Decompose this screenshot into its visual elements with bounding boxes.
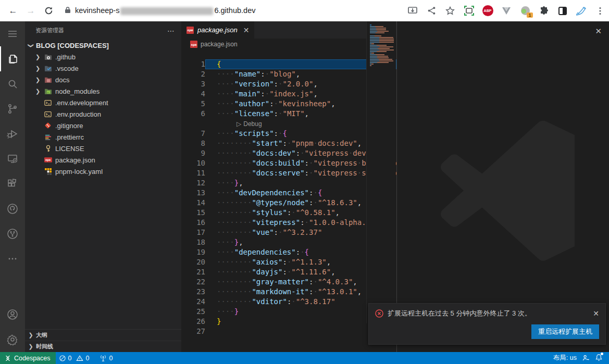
code-line-27[interactable]: 27 (181, 327, 396, 336)
env-file-icon (44, 110, 52, 118)
feedback-icon[interactable] (582, 354, 590, 362)
line-number: 27 (181, 327, 205, 336)
code-line-15[interactable]: 15········"stylus":·"^0.58.1", (181, 208, 396, 218)
line-number: 19 (181, 247, 205, 257)
code-editor[interactable]: 1{2····"name":·"blog",3····"version":·"2… (181, 50, 396, 352)
tree-item-package-json[interactable]: ❯npmpackage.json (25, 154, 181, 166)
tree-item--gitignore[interactable]: ❯.gitignore (25, 120, 181, 131)
code-line-12[interactable]: 12····}, (181, 178, 396, 188)
tree-item--prettierrc[interactable]: ❯.prettierrc (25, 131, 181, 143)
explorer-icon[interactable] (0, 46, 25, 71)
tree-item-license[interactable]: ❯LICENSE (25, 143, 181, 154)
tree-item--vscode[interactable]: ❯.vscode (25, 62, 181, 74)
lock-icon[interactable] (65, 6, 71, 15)
remote-explorer-icon[interactable] (0, 146, 25, 171)
code-line-24[interactable]: 24········"vditor":·"^3.8.17" (181, 297, 396, 307)
browser-back-icon[interactable]: ← (6, 4, 20, 18)
search-icon[interactable] (0, 71, 25, 96)
extensions-puzzle-icon[interactable] (538, 5, 550, 17)
chevron-right-icon: ❯ (27, 343, 34, 350)
save-page-icon[interactable] (407, 5, 418, 17)
git-graph-icon[interactable] (0, 221, 25, 246)
code-line-17[interactable]: 17········"vue":·"^3.2.37" (181, 228, 396, 237)
status-bar: Codespaces 0 0 0 布局: us (0, 352, 609, 364)
notification-close-icon[interactable]: ✕ (593, 309, 599, 318)
file-label: package.json (55, 156, 95, 164)
brush-extension-icon[interactable] (576, 5, 587, 17)
url-text[interactable]: kevinsheep-s6.github.dev (75, 6, 255, 15)
code-line-1[interactable]: 1{ (181, 59, 396, 69)
bookmark-star-icon[interactable] (444, 5, 456, 17)
line-number: 12 (181, 178, 205, 188)
code-line-13[interactable]: 13····"devDependencies":·{ (181, 188, 396, 198)
line-number: 18 (181, 237, 205, 247)
code-line-23[interactable]: 23········"markdown-it":·"^13.0.1", (181, 287, 396, 297)
v-extension-icon[interactable] (501, 5, 512, 17)
browser-reload-icon[interactable] (41, 4, 56, 18)
tree-item--github[interactable]: ❯.github (25, 51, 181, 62)
ports-indicator[interactable]: 0 (96, 355, 116, 362)
code-line-2[interactable]: 2····"name":·"blog", (181, 69, 396, 79)
run-debug-icon[interactable] (0, 121, 25, 146)
proxy-extension-icon[interactable]: 1 (519, 5, 531, 17)
code-line-3[interactable]: 3····"version":·"2.0.0", (181, 79, 396, 89)
pnpm-file-icon (44, 167, 52, 175)
code-line-19[interactable]: 19····"dependencies":·{ (181, 247, 396, 257)
code-line-22[interactable]: 22········"gray-matter":·"^4.0.3", (181, 277, 396, 287)
code-line-16[interactable]: 16········"vitepress":·"1.0.0-alpha.62", (181, 218, 396, 228)
explorer-root-folder[interactable]: ❯ BLOG [CODESPACES] (25, 40, 181, 51)
problems-indicator[interactable]: 0 0 (56, 355, 93, 362)
line-number: 6 (181, 109, 205, 119)
tab-package-json[interactable]: npm package.json ✕ (181, 21, 254, 39)
tree-item--env-production[interactable]: ❯.env.production (25, 108, 181, 120)
settings-gear-icon[interactable] (0, 327, 25, 352)
explorer-sidebar: 资源管理器 ⋯ ❯ BLOG [CODESPACES] ❯.github❯.vs… (25, 21, 181, 352)
extensions-icon[interactable] (0, 171, 25, 196)
tab-close-icon[interactable]: ✕ (243, 26, 250, 34)
code-line-14[interactable]: 14········"@types/node":·"^18.6.3", (181, 198, 396, 208)
breadcrumb[interactable]: npm package.json (181, 39, 396, 50)
sidebar-section-大纲[interactable]: ❯大纲 (25, 329, 181, 341)
code-line-11[interactable]: 11········"docs:serve":·"vitepress·serve… (181, 168, 396, 178)
code-line-9[interactable]: 9········"docs:dev":·"vitepress·dev·docs… (181, 148, 396, 158)
address-bar[interactable]: kevinsheep-s6.github.dev (65, 6, 408, 15)
code-line-7[interactable]: 7····"scripts":·{ (181, 129, 396, 139)
code-line-21[interactable]: 21········"dayjs":·"^1.11.6", (181, 267, 396, 277)
remote-indicator[interactable]: Codespaces (0, 352, 56, 364)
code-line-20[interactable]: 20········"axios":·"^1.1.3", (181, 257, 396, 267)
keyboard-layout-indicator[interactable]: 布局: us (553, 354, 577, 362)
code-line-25[interactable]: 25····} (181, 307, 396, 317)
menu-icon[interactable] (0, 21, 25, 46)
chevron-right-icon: ❯ (27, 332, 34, 338)
code-line-26[interactable]: 26} (181, 317, 396, 327)
share-icon[interactable] (426, 5, 437, 17)
code-line-4[interactable]: 4····"main":·"index.js", (181, 89, 396, 99)
tree-item--env-development[interactable]: ❯.env.development (25, 97, 181, 108)
code-line-5[interactable]: 5····"author":·"kevinsheep", (181, 99, 396, 109)
dark-mode-extension-icon[interactable] (557, 5, 568, 17)
npm-file-icon: npm (187, 27, 194, 34)
more-views-icon[interactable] (0, 246, 25, 271)
line-number: 24 (181, 297, 205, 307)
account-icon[interactable] (0, 302, 25, 327)
code-line-6[interactable]: 6····"license":·"MIT", (181, 109, 396, 119)
source-control-icon[interactable] (0, 96, 25, 121)
code-line-18[interactable]: 18····}, (181, 237, 396, 247)
code-line-8[interactable]: 8········"start":·"pnpm·docs:dev", (181, 139, 396, 148)
panel-close-icon[interactable]: ✕ (595, 27, 602, 36)
notifications-bell-icon[interactable] (595, 354, 603, 363)
code-line-10[interactable]: 10········"docs:build":·"vitepress·build… (181, 158, 396, 168)
explorer-more-actions-icon[interactable]: ⋯ (167, 27, 175, 35)
adblock-icon[interactable]: ABP (482, 5, 493, 17)
minimap[interactable] (366, 21, 396, 323)
tree-item-docs[interactable]: ❯docs (25, 74, 181, 85)
screenshot-extension-icon[interactable] (463, 5, 475, 17)
tree-item-node-modules[interactable]: ❯nnode_modules (25, 85, 181, 97)
github-icon[interactable] (0, 196, 25, 221)
restart-remote-host-button[interactable]: 重启远程扩展主机 (531, 324, 599, 339)
browser-menu-icon[interactable] (594, 5, 606, 17)
browser-forward-icon[interactable]: → (23, 4, 38, 18)
codelens-debug[interactable]: ▷Debug (181, 119, 396, 129)
tree-item-pnpm-lock-yaml[interactable]: ❯pnpm-lock.yaml (25, 166, 181, 177)
sidebar-section-时间线[interactable]: ❯时间线 (25, 341, 181, 352)
